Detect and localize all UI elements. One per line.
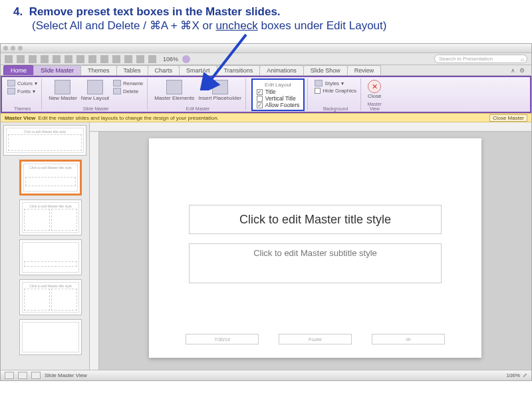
- ruler-vertical: [90, 132, 99, 370]
- subtitle-placeholder[interactable]: Click to edit Master subtitle style: [189, 243, 442, 283]
- thumb-layout[interactable]: [19, 239, 82, 275]
- view-normal-icon[interactable]: [5, 372, 14, 379]
- new-layout-icon: [87, 80, 103, 94]
- thumb-layout[interactable]: Click to edit Master title style: [19, 279, 82, 315]
- step-num: 4.: [13, 5, 23, 18]
- thumb-layout[interactable]: Click to edit Master title style: [19, 200, 82, 235]
- tab-transitions[interactable]: Transitions: [217, 65, 261, 75]
- qat-icon[interactable]: [124, 55, 132, 63]
- statusbar: Slide Master View 106% ⤢: [1, 370, 531, 380]
- tab-smartart[interactable]: SmartArt: [179, 65, 217, 75]
- checkbox-icon: [315, 88, 321, 94]
- rename-button[interactable]: Rename: [113, 80, 143, 86]
- window-min-icon[interactable]: [11, 46, 15, 51]
- edit-layout-panel: Edit Layout ✓Title Vertical Title ✓Allow…: [251, 78, 305, 111]
- insert-placeholder-icon: [212, 80, 228, 94]
- qat-icon[interactable]: [29, 55, 37, 63]
- qat-icon[interactable]: [100, 55, 108, 63]
- footer-placeholder[interactable]: Footer: [279, 334, 352, 344]
- qat-icon[interactable]: [41, 55, 49, 63]
- checkbox-allow-footers[interactable]: ✓Allow Footers: [257, 102, 300, 108]
- hide-graphics-check[interactable]: Hide Graphics: [315, 88, 356, 94]
- slide-area[interactable]: Click to edit Master title style Click t…: [99, 132, 531, 370]
- thumb-master[interactable]: Click to edit Master title style: [3, 125, 86, 156]
- quick-access-toolbar: 106% Search in Presentation: [1, 53, 531, 65]
- instruction-title: 4. Remove preset text boxes in the Maste…: [13, 5, 519, 19]
- thumb-layout-selected[interactable]: Click to edit Master title style: [19, 160, 82, 196]
- qat-icon[interactable]: [112, 55, 120, 63]
- view-slideshow-icon[interactable]: [31, 372, 41, 379]
- workspace: Click to edit Master title style Click t…: [1, 122, 531, 370]
- title-placeholder[interactable]: Click to edit Master title style: [189, 205, 442, 234]
- thumbnail-panel[interactable]: Click to edit Master title style Click t…: [1, 122, 90, 370]
- search-input[interactable]: Search in Presentation: [434, 55, 527, 63]
- insert-placeholder-button[interactable]: Insert Placeholder: [198, 80, 241, 101]
- collapse-ribbon-icon[interactable]: ∧: [509, 67, 517, 75]
- fonts-menu[interactable]: Fonts ▾: [7, 88, 37, 94]
- qat-icon[interactable]: [5, 55, 13, 63]
- colors-menu[interactable]: Colors ▾: [7, 80, 37, 86]
- fit-icon[interactable]: ⤢: [523, 372, 527, 378]
- thumb-layout[interactable]: [19, 319, 82, 355]
- ribbon-options-icon[interactable]: ⚙: [518, 67, 526, 75]
- close-master-view-button[interactable]: ✕Close: [368, 80, 381, 99]
- master-elements-button[interactable]: Master Elements: [154, 80, 194, 101]
- instruction-subtitle: (Select All and Delete / ⌘A + ⌘X or unch…: [32, 19, 519, 33]
- group-background: Styles ▾ Hide Graphics Background: [311, 78, 361, 110]
- tab-home[interactable]: Home: [3, 65, 34, 75]
- colors-icon: [7, 80, 15, 86]
- group-edit-master: Master Elements Insert Placeholder Edit …: [150, 78, 246, 110]
- zoom-value[interactable]: 106%: [163, 56, 178, 63]
- instruction-block: 4. Remove preset text boxes in the Maste…: [0, 0, 532, 35]
- zoom-label[interactable]: 106%: [507, 372, 520, 378]
- new-layout-button[interactable]: New Layout: [81, 80, 109, 101]
- qat-icon[interactable]: [76, 55, 84, 63]
- rename-icon: [113, 80, 121, 86]
- styles-icon: [315, 80, 323, 86]
- edit-layout-header: Edit Layout: [257, 82, 300, 88]
- tab-animations[interactable]: Animations: [259, 65, 304, 75]
- group-master-view: ✕Close Master View: [364, 78, 385, 110]
- tab-charts[interactable]: Charts: [148, 65, 180, 75]
- styles-menu[interactable]: Styles ▾: [315, 80, 356, 86]
- tab-slide-master[interactable]: Slide Master: [33, 65, 81, 75]
- qat-icon[interactable]: [88, 55, 96, 63]
- window-close-icon[interactable]: [3, 46, 8, 51]
- group-edit-layout: Edit Layout ✓Title Vertical Title ✓Allow…: [249, 78, 309, 110]
- close-master-button[interactable]: Close Master: [489, 114, 527, 122]
- window-zoom-icon[interactable]: [18, 46, 23, 51]
- new-master-button[interactable]: New Master: [49, 80, 77, 101]
- new-master-icon: [55, 80, 70, 94]
- date-placeholder[interactable]: 7/30/14: [186, 334, 259, 344]
- slidenum-placeholder[interactable]: ‹#›: [372, 334, 445, 344]
- view-sorter-icon[interactable]: [18, 372, 27, 379]
- msgbar-label: Master View: [5, 115, 35, 121]
- step-title: Remove preset text boxes in the Master s…: [29, 5, 281, 18]
- checkbox-title[interactable]: ✓Title: [257, 88, 300, 95]
- uncheck-word: uncheck: [215, 19, 257, 32]
- qat-icon[interactable]: [17, 55, 25, 63]
- tab-tables[interactable]: Tables: [116, 65, 148, 75]
- tab-slide-show[interactable]: Slide Show: [303, 65, 348, 75]
- delete-icon: [113, 88, 121, 94]
- qat-icon[interactable]: [65, 55, 72, 63]
- delete-button[interactable]: Delete: [113, 88, 143, 94]
- qat-icon[interactable]: [53, 55, 61, 63]
- status-view-label: Slide Master View: [45, 372, 87, 378]
- qat-icon[interactable]: [136, 55, 144, 63]
- ruler-horizontal: [90, 122, 531, 132]
- message-bar: Master View Edit the master slides and l…: [1, 113, 531, 122]
- slide: Click to edit Master title style Click t…: [149, 138, 481, 358]
- titlebar: [1, 44, 531, 53]
- group-themes: Colors ▾ Fonts ▾ Themes: [3, 78, 42, 110]
- canvas-area: Click to edit Master title style Click t…: [90, 122, 531, 370]
- footer-row: 7/30/14 Footer ‹#›: [176, 334, 455, 344]
- qat-icon[interactable]: [148, 55, 156, 63]
- tab-themes[interactable]: Themes: [80, 65, 117, 75]
- checkbox-icon: ✓: [257, 102, 263, 108]
- help-icon[interactable]: [182, 55, 190, 63]
- master-elements-icon: [166, 80, 182, 94]
- checkbox-vertical-title[interactable]: Vertical Title: [257, 95, 300, 102]
- tab-review[interactable]: Review: [347, 65, 382, 75]
- msgbar-text: Edit the master slides and layouts to ch…: [39, 115, 219, 121]
